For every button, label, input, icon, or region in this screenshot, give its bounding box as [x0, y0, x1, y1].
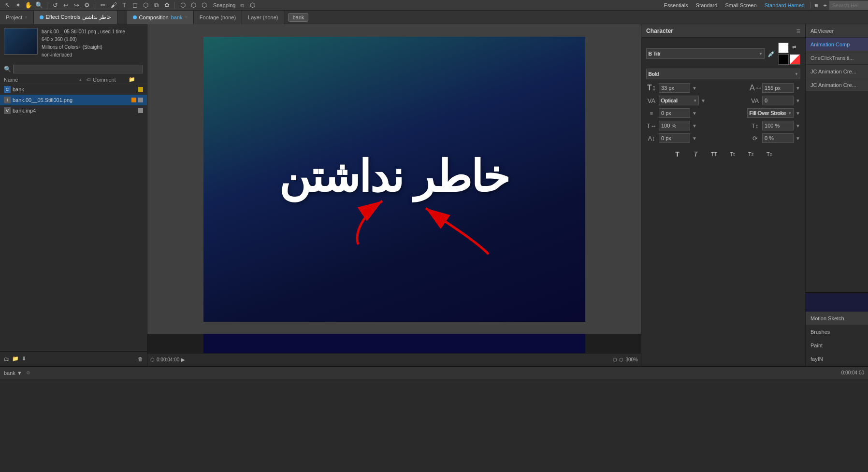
- tc-icon-5[interactable]: 300%: [625, 357, 638, 362]
- puppet-icon[interactable]: ✿: [162, 1, 171, 10]
- far-right-jc-anim-1[interactable]: JC Animation Cre...: [806, 65, 868, 78]
- selection-tool-icon[interactable]: ✦: [14, 1, 22, 10]
- workspace-standard-hamed[interactable]: Standard Hamed: [761, 0, 809, 11]
- tab-project-menu[interactable]: ≡: [25, 15, 27, 20]
- far-right-animation-comp[interactable]: Animation Comp: [806, 38, 868, 51]
- baseline-value[interactable]: 0 px: [659, 133, 690, 143]
- far-right-oneclick[interactable]: OneClickTransiti...: [806, 51, 868, 65]
- tsrota-icon: ⟳: [750, 135, 760, 142]
- rotate-tool-icon[interactable]: ↺: [51, 1, 59, 10]
- shape-tool-icon[interactable]: ◻: [130, 1, 139, 10]
- file-item-mp4[interactable]: V bank.mp4: [0, 105, 147, 116]
- brush-tool-icon[interactable]: 🖌: [109, 1, 118, 10]
- redo-icon[interactable]: ↪: [72, 1, 81, 10]
- tc-icon-1[interactable]: ⬡: [150, 357, 155, 362]
- far-right-paint[interactable]: Paint: [806, 339, 868, 352]
- tab-composition[interactable]: Composition bank ≡: [127, 11, 194, 24]
- snapping-options[interactable]: ⬡: [248, 1, 257, 10]
- kerning-arrow[interactable]: ▼: [701, 98, 706, 103]
- file-item-bank[interactable]: C bank: [0, 84, 147, 95]
- path-tool-icon[interactable]: ⬡: [141, 1, 150, 10]
- project-search-input[interactable]: [13, 65, 143, 73]
- pen-tool-icon[interactable]: ✏: [99, 1, 107, 10]
- settings-icon[interactable]: ⚙: [83, 1, 91, 10]
- font-name-select[interactable]: B Titr: [646, 48, 765, 59]
- swatch-swap-icon[interactable]: ⇄: [790, 43, 798, 51]
- workspace-standard[interactable]: Standard: [692, 0, 722, 11]
- import-icon[interactable]: ⬇: [22, 356, 26, 362]
- kerning-value-arrow[interactable]: ▼: [796, 98, 800, 103]
- new-comp-icon[interactable]: 🗂: [4, 356, 9, 362]
- active-tab-pill[interactable]: bank: [288, 13, 308, 22]
- hscale-value[interactable]: 100 %: [659, 121, 690, 130]
- file-item-still[interactable]: I bank.00__05.Still001.png: [0, 95, 147, 105]
- new-folder-icon[interactable]: 📁: [12, 356, 19, 362]
- tsrota-value[interactable]: 0 %: [762, 133, 794, 143]
- tab-effect-controls[interactable]: Effect Controls خاطر نداشتن: [34, 11, 117, 24]
- kerning-value-field[interactable]: 0: [762, 96, 794, 105]
- typo-btn-subscript[interactable]: T2: [762, 148, 777, 160]
- tab-footage[interactable]: Footage (none): [194, 11, 242, 24]
- delete-icon[interactable]: 🗑: [138, 356, 143, 362]
- workspace-small-screen[interactable]: Small Screen: [721, 0, 760, 11]
- align-right-icon[interactable]: ⬡: [200, 1, 208, 10]
- typo-btn-caps[interactable]: TT: [707, 148, 722, 160]
- baseline-arrow[interactable]: ▼: [692, 136, 697, 141]
- workspace-options-icon[interactable]: ≡: [812, 1, 821, 10]
- tracking-icon: A↔A: [750, 84, 760, 92]
- text-tool-icon[interactable]: T: [120, 1, 129, 10]
- align-left-icon[interactable]: ⬡: [178, 1, 187, 10]
- tracking-value[interactable]: 155 px: [762, 83, 794, 93]
- snapping-toggle[interactable]: ⧈: [238, 1, 246, 10]
- workspace-essentials[interactable]: Essentials: [660, 0, 692, 11]
- align-center-icon[interactable]: ⬡: [189, 1, 198, 10]
- undo-icon[interactable]: ↩: [61, 1, 70, 10]
- zoom-tool-icon[interactable]: 🔍: [35, 1, 43, 10]
- font-size-arrow-down[interactable]: ▼: [692, 86, 697, 91]
- arrow-tool-icon[interactable]: ↖: [3, 1, 12, 10]
- file-color-info: Millions of Colors+ (Straight): [42, 43, 125, 51]
- swatch-black[interactable]: [778, 54, 789, 65]
- timeline-settings-icon[interactable]: ⚙: [26, 370, 30, 375]
- line-height-value[interactable]: 0 px: [659, 108, 690, 118]
- clone-icon[interactable]: ⧉: [152, 1, 160, 10]
- far-right-aeviewer[interactable]: AEViewer: [806, 24, 868, 38]
- font-name-row: B Titr B Titr 💉 ⇄: [646, 43, 800, 65]
- line-height-arrow[interactable]: ▼: [692, 111, 697, 116]
- far-right-fayin[interactable]: fayIN: [806, 352, 868, 366]
- swatch-transparent[interactable]: [790, 54, 800, 65]
- vscale-arrow[interactable]: ▼: [796, 123, 800, 129]
- typo-btn-italic[interactable]: T: [689, 148, 703, 160]
- character-menu-icon[interactable]: ≡: [796, 27, 800, 35]
- typo-btn-small-caps[interactable]: Tt: [725, 148, 740, 160]
- vscale-value[interactable]: 100 %: [762, 121, 794, 130]
- far-right-jc-anim-2[interactable]: JC Animation Cre...: [806, 78, 868, 92]
- tc-icon-3[interactable]: ⬡: [613, 357, 617, 362]
- eyedropper-icon[interactable]: 💉: [767, 50, 775, 57]
- font-style-select[interactable]: Bold: [646, 69, 800, 79]
- timeline-tab-label[interactable]: bank ▼: [4, 370, 22, 376]
- hand-tool-icon[interactable]: ✋: [24, 1, 33, 10]
- tab-layer[interactable]: Layer (none): [242, 11, 284, 24]
- tc-icon-2[interactable]: ▶: [181, 357, 185, 362]
- vscale-icon: T↕: [750, 122, 760, 129]
- typo-btn-superscript[interactable]: T2: [744, 148, 758, 160]
- tab-comp-menu[interactable]: ≡: [185, 15, 188, 20]
- kerning-select[interactable]: Optical: [659, 96, 699, 105]
- fill-mode-arrow[interactable]: ▼: [796, 111, 800, 116]
- tsrota-arrow[interactable]: ▼: [796, 136, 800, 141]
- font-size-value[interactable]: 33 px: [659, 83, 690, 93]
- tracking-arrow-down[interactable]: ▼: [796, 86, 800, 91]
- add-folder-icon[interactable]: 📁: [129, 76, 135, 82]
- fill-mode-select[interactable]: Fill Over Stroke: [747, 108, 794, 118]
- search-input[interactable]: [829, 1, 868, 10]
- hscale-arrow[interactable]: ▼: [692, 123, 697, 129]
- workspace-add-icon[interactable]: +: [821, 1, 829, 10]
- swatch-white[interactable]: [778, 43, 789, 53]
- typo-btn-regular[interactable]: T: [670, 148, 685, 160]
- tab-project[interactable]: Project ≡: [0, 11, 34, 24]
- far-right-brushes[interactable]: Brushes: [806, 325, 868, 339]
- far-right-motion-sketch[interactable]: Motion Sketch: [806, 312, 868, 325]
- tc-icon-4[interactable]: ⬡: [619, 357, 623, 362]
- sort-icon[interactable]: ▲: [78, 77, 83, 82]
